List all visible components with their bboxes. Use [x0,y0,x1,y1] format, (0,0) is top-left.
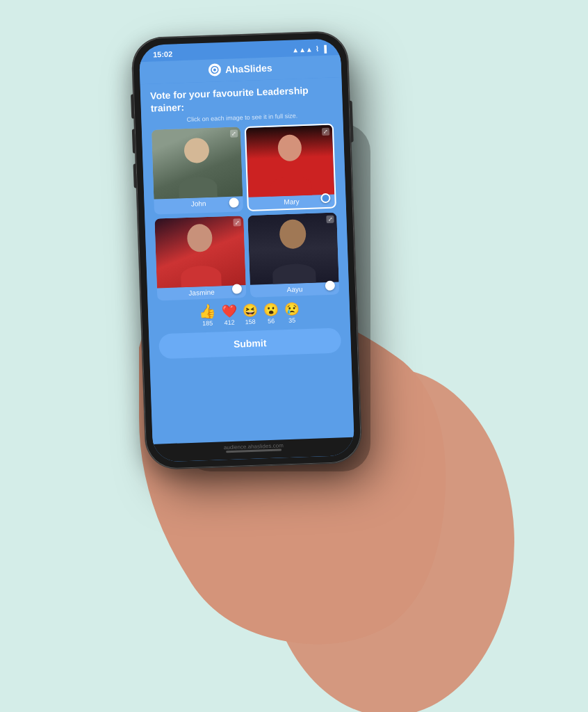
candidate-card-john[interactable]: ⤢ John [152,127,243,215]
question-title: Vote for your favourite Leadership train… [150,83,333,115]
phone-screen: 15:02 ▲▲▲ ⌇ ▐ [139,38,355,462]
scene-container: 15:02 ▲▲▲ ⌇ ▐ [0,0,588,712]
battery-icon: ▐ [322,44,327,52]
reaction-heart[interactable]: ❤️ 412 [221,305,237,327]
candidates-grid: ⤢ John ⤢ Mary [152,124,339,301]
submit-button[interactable]: Submit [158,328,341,359]
reaction-sad[interactable]: 😢 35 [284,303,300,325]
phone-frame: 15:02 ▲▲▲ ⌇ ▐ [131,31,361,469]
reactions-bar: 👍 185 ❤️ 412 😆 158 [158,300,341,329]
status-icons: ▲▲▲ ⌇ ▐ [292,44,327,54]
content-area: Vote for your favourite Leadership train… [140,77,354,444]
phone-device: 15:02 ▲▲▲ ⌇ ▐ [131,31,361,469]
aayu-photo: ⤢ [247,213,338,285]
john-expand-icon[interactable]: ⤢ [230,130,238,138]
status-time: 15:02 [153,50,173,59]
heart-count: 412 [224,319,234,327]
wifi-icon: ⌇ [316,45,319,53]
wow-count: 56 [268,318,275,325]
like-icon: 👍 [198,305,216,319]
ahaslides-logo-text: AhaSlides [225,63,272,75]
john-photo: ⤢ [152,127,243,200]
aayu-expand-icon[interactable]: ⤢ [326,216,334,223]
reaction-wow[interactable]: 😮 56 [263,304,279,325]
laugh-icon: 😆 [242,305,258,318]
like-count: 185 [202,320,213,327]
heart-icon: ❤️ [221,305,237,318]
candidate-card-mary[interactable]: ⤢ Mary [245,124,336,211]
ahaslides-logo-icon [209,63,222,76]
signal-icon: ▲▲▲ [292,45,313,54]
candidate-card-jasmine[interactable]: ⤢ Jasmine [154,216,246,301]
candidate-card-aayu[interactable]: ⤢ Aayu [247,213,339,298]
sad-count: 35 [288,317,295,324]
sad-icon: 😢 [284,303,300,316]
reaction-like[interactable]: 👍 185 [198,305,216,327]
mary-photo: ⤢ [246,125,334,197]
laugh-count: 158 [245,318,255,326]
svg-point-9 [213,68,216,71]
wow-icon: 😮 [263,304,279,317]
jasmine-expand-icon[interactable]: ⤢ [233,219,240,227]
jasmine-photo: ⤢ [154,216,245,289]
screen-content: 15:02 ▲▲▲ ⌇ ▐ [139,38,355,462]
mary-expand-icon[interactable]: ⤢ [322,128,329,136]
reaction-laugh[interactable]: 😆 158 [242,305,258,326]
